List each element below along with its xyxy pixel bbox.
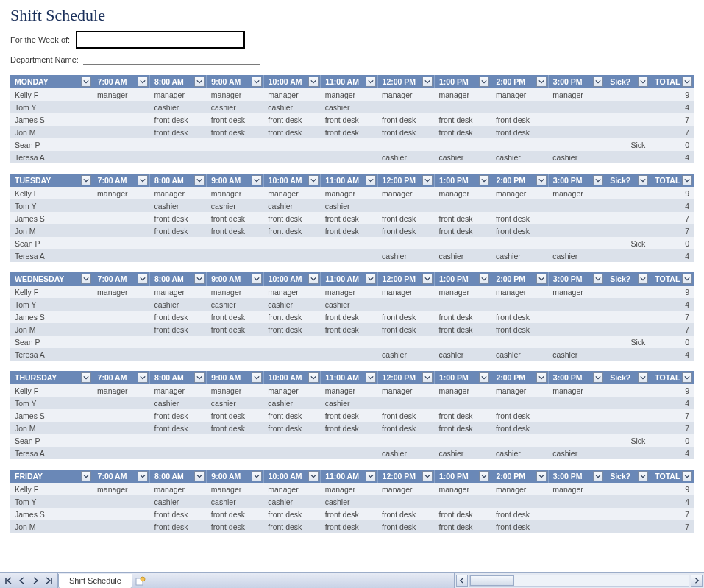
sick-cell[interactable] [605,447,650,459]
shift-cell[interactable]: manager [149,286,206,298]
sick-header[interactable]: Sick? [605,371,650,384]
shift-cell[interactable]: cashier [321,199,377,212]
shift-cell[interactable]: cashier [377,249,434,262]
time-header[interactable]: 9:00 AM [207,470,263,483]
filter-dropdown-icon[interactable] [682,274,692,284]
sick-cell[interactable] [605,397,650,409]
filter-dropdown-icon[interactable] [138,372,148,383]
filter-dropdown-icon[interactable] [682,175,692,185]
time-header[interactable]: 8:00 AM [149,470,206,483]
scroll-left-button[interactable] [456,575,468,587]
shift-cell[interactable] [93,495,149,508]
employee-name[interactable]: Kelly F [10,384,93,397]
shift-cell[interactable]: front desk [263,311,320,323]
shift-cell[interactable]: front desk [434,409,491,422]
filter-dropdown-icon[interactable] [593,77,603,87]
filter-dropdown-icon[interactable] [479,175,489,185]
shift-cell[interactable]: cashier [491,249,548,262]
time-header[interactable]: 2:00 PM [491,174,548,187]
time-header[interactable]: 11:00 AM [321,174,377,187]
shift-cell[interactable]: front desk [377,520,434,533]
shift-cell[interactable] [548,113,605,126]
filter-dropdown-icon[interactable] [638,471,648,481]
employee-name[interactable]: Tom Y [10,101,93,113]
shift-cell[interactable]: front desk [207,212,263,224]
sick-cell[interactable] [605,101,650,113]
time-header[interactable]: 10:00 AM [263,371,320,384]
shift-cell[interactable] [93,101,149,113]
shift-cell[interactable]: manager [377,187,434,199]
shift-cell[interactable] [93,397,149,409]
shift-cell[interactable]: manager [321,88,377,101]
shift-cell[interactable] [377,434,434,447]
week-input-box[interactable] [76,31,245,49]
shift-cell[interactable] [434,237,491,249]
total-header[interactable]: TOTAL [650,272,694,286]
shift-cell[interactable] [149,434,206,447]
shift-cell[interactable] [434,138,491,151]
shift-cell[interactable] [149,336,206,348]
shift-cell[interactable] [93,249,149,262]
shift-cell[interactable]: cashier [434,151,491,163]
shift-cell[interactable] [207,249,263,262]
shift-cell[interactable] [548,508,605,520]
time-header[interactable]: 9:00 AM [207,272,263,286]
shift-cell[interactable]: front desk [207,422,263,434]
shift-cell[interactable]: front desk [149,224,206,237]
shift-cell[interactable]: cashier [207,298,263,311]
tab-nav-first[interactable] [3,575,15,587]
sick-cell[interactable] [605,323,650,336]
shift-cell[interactable] [207,447,263,459]
shift-cell[interactable]: front desk [491,508,548,520]
time-header[interactable]: 2:00 PM [491,470,548,483]
shift-cell[interactable]: cashier [207,101,263,113]
filter-dropdown-icon[interactable] [138,77,148,87]
shift-cell[interactable]: front desk [321,422,377,434]
time-header[interactable]: 8:00 AM [149,75,206,88]
shift-cell[interactable]: front desk [321,311,377,323]
shift-cell[interactable] [321,151,377,163]
shift-cell[interactable] [93,520,149,533]
employee-name[interactable]: Teresa A [10,348,93,361]
filter-dropdown-icon[interactable] [252,77,262,87]
filter-dropdown-icon[interactable] [682,77,692,87]
filter-dropdown-icon[interactable] [536,77,547,87]
shift-cell[interactable]: manager [548,88,605,101]
shift-cell[interactable]: front desk [321,224,377,237]
filter-dropdown-icon[interactable] [638,274,648,284]
sick-cell[interactable] [605,311,650,323]
total-header[interactable]: TOTAL [650,470,694,483]
time-header[interactable]: 9:00 AM [207,174,263,187]
shift-cell[interactable] [491,237,548,249]
employee-name[interactable]: James S [10,113,93,126]
filter-dropdown-icon[interactable] [536,274,547,284]
sick-cell[interactable] [605,495,650,508]
time-header[interactable]: 1:00 PM [434,75,491,88]
time-header[interactable]: 1:00 PM [434,272,491,286]
filter-dropdown-icon[interactable] [138,274,148,284]
filter-dropdown-icon[interactable] [479,372,489,383]
filter-dropdown-icon[interactable] [366,175,376,185]
sick-cell[interactable] [605,88,650,101]
sick-cell[interactable] [605,151,650,163]
shift-cell[interactable]: cashier [434,348,491,361]
filter-dropdown-icon[interactable] [638,77,648,87]
shift-cell[interactable] [149,249,206,262]
filter-dropdown-icon[interactable] [81,471,91,481]
shift-cell[interactable]: cashier [548,348,605,361]
filter-dropdown-icon[interactable] [682,372,692,383]
shift-cell[interactable]: front desk [149,113,206,126]
filter-dropdown-icon[interactable] [638,372,648,383]
shift-cell[interactable] [548,212,605,224]
filter-dropdown-icon[interactable] [194,175,205,185]
dept-input-line[interactable] [83,54,260,65]
shift-cell[interactable]: front desk [377,113,434,126]
time-header[interactable]: 3:00 PM [548,371,605,384]
employee-name[interactable]: Tom Y [10,199,93,212]
shift-cell[interactable]: front desk [377,323,434,336]
filter-dropdown-icon[interactable] [682,471,692,481]
time-header[interactable]: 11:00 AM [321,272,377,286]
shift-cell[interactable] [93,126,149,138]
filter-dropdown-icon[interactable] [252,175,262,185]
shift-cell[interactable]: cashier [491,151,548,163]
